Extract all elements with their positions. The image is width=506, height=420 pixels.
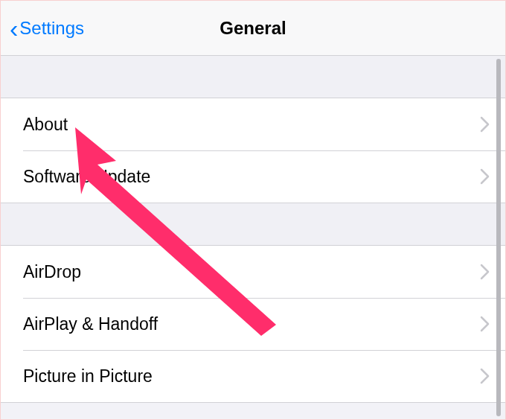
chevron-right-icon [480, 168, 490, 185]
back-button[interactable]: ‹ Settings [1, 16, 84, 41]
row-label: AirPlay & Handoff [23, 314, 158, 334]
scrollbar[interactable] [496, 59, 501, 416]
airdrop-row[interactable]: AirDrop [1, 246, 505, 298]
row-label: About [23, 115, 68, 135]
group-spacer [1, 203, 505, 245]
chevron-left-icon: ‹ [10, 16, 18, 41]
back-label: Settings [19, 18, 84, 39]
settings-group-2: AirDrop AirPlay & Handoff Picture in Pic… [1, 245, 505, 403]
picture-in-picture-row[interactable]: Picture in Picture [1, 350, 505, 402]
about-row[interactable]: About [1, 98, 505, 150]
group-spacer [1, 56, 505, 98]
row-label: Software Update [23, 167, 150, 187]
settings-group-1: About Software Update [1, 98, 505, 203]
chevron-right-icon [480, 316, 490, 332]
row-label: Picture in Picture [23, 366, 153, 386]
row-label: AirDrop [23, 262, 81, 282]
nav-header: ‹ Settings General [1, 1, 505, 56]
chevron-right-icon [480, 116, 490, 133]
chevron-right-icon [480, 264, 490, 280]
software-update-row[interactable]: Software Update [1, 150, 505, 203]
chevron-right-icon [480, 368, 490, 384]
airplay-handoff-row[interactable]: AirPlay & Handoff [1, 298, 505, 350]
page-title: General [220, 18, 286, 39]
